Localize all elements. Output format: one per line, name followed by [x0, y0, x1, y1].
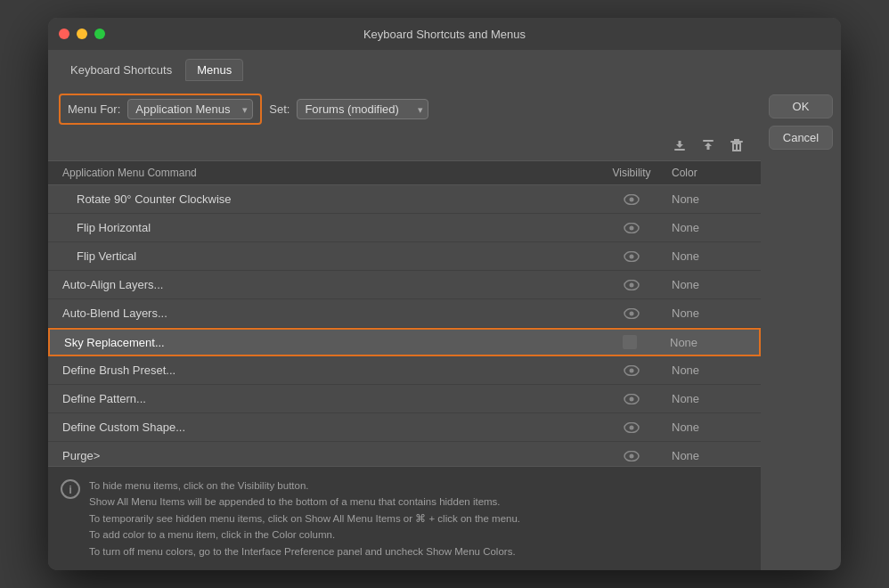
menu-for-row: Menu For: Application Menus Panel Menus … — [48, 88, 761, 130]
eye-icon — [624, 251, 640, 262]
visibility-square — [623, 335, 637, 349]
svg-rect-2 — [730, 141, 743, 143]
set-dropdown-wrapper: Forums (modified) Photoshop Defaults — [297, 99, 428, 119]
right-panel: OK Cancel — [761, 50, 841, 570]
table-row[interactable]: Flip Horizontal None — [48, 214, 761, 242]
main-content: Keyboard Shortcuts Menus Menu For: Appli… — [48, 50, 841, 570]
visibility-cell[interactable] — [591, 223, 672, 233]
color-cell[interactable]: None — [672, 278, 761, 291]
svg-point-10 — [630, 282, 634, 287]
left-panel: Keyboard Shortcuts Menus Menu For: Appli… — [48, 50, 761, 570]
svg-point-20 — [630, 453, 634, 458]
tab-keyboard-shortcuts[interactable]: Keyboard Shortcuts — [59, 59, 184, 81]
command-cell: Purge> — [48, 449, 591, 462]
visibility-cell[interactable] — [591, 308, 672, 319]
svg-point-14 — [630, 368, 634, 372]
visibility-cell[interactable] — [591, 394, 672, 404]
svg-point-4 — [630, 197, 634, 201]
svg-rect-0 — [674, 149, 685, 151]
save-set-icon[interactable] — [670, 135, 689, 155]
command-cell: Rotate 90° Counter Clockwise — [48, 192, 591, 206]
create-new-set-icon[interactable] — [698, 135, 718, 155]
eye-icon — [624, 394, 640, 404]
svg-point-18 — [630, 425, 634, 429]
eye-icon — [624, 451, 640, 461]
svg-point-12 — [630, 311, 634, 315]
menu-for-dropdown[interactable]: Application Menus Panel Menus — [127, 99, 253, 119]
color-cell[interactable]: None — [672, 306, 761, 320]
visibility-cell[interactable] — [591, 365, 672, 376]
menu-for-outlined: Menu For: Application Menus Panel Menus — [59, 94, 262, 125]
color-cell[interactable]: None — [672, 249, 761, 263]
set-dropdown[interactable]: Forums (modified) Photoshop Defaults — [297, 99, 428, 119]
table-header: Application Menu Command Visibility Colo… — [48, 160, 761, 185]
table-row[interactable]: Define Brush Preset... None — [48, 356, 761, 385]
svg-point-6 — [630, 225, 634, 230]
traffic-lights — [59, 29, 105, 39]
eye-icon — [624, 308, 640, 319]
table-row[interactable]: Auto-Align Layers... None — [48, 271, 761, 299]
command-cell: Sky Replacement... — [50, 336, 590, 349]
table-body: Rotate 90° Counter Clockwise NoneFlip Ho… — [48, 185, 761, 466]
main-window: Keyboard Shortcuts and Menus Keyboard Sh… — [48, 18, 841, 570]
menu-for-label: Menu For: — [68, 102, 120, 116]
info-icon: i — [61, 479, 80, 499]
visibility-cell[interactable] — [591, 280, 672, 290]
cancel-button[interactable]: Cancel — [769, 126, 833, 150]
table-row[interactable]: Rotate 90° Counter Clockwise None — [48, 185, 761, 214]
color-cell[interactable]: None — [670, 336, 759, 349]
header-color: Color — [672, 167, 761, 179]
table-row[interactable]: Purge> None — [48, 442, 761, 466]
command-cell: Auto-Blend Layers... — [48, 306, 591, 320]
command-cell: Define Custom Shape... — [48, 421, 591, 434]
color-cell[interactable]: None — [672, 192, 761, 206]
color-cell[interactable]: None — [672, 392, 761, 405]
visibility-cell[interactable] — [591, 194, 672, 205]
table-row[interactable]: Define Custom Shape... None — [48, 413, 761, 442]
color-cell[interactable]: None — [672, 421, 761, 434]
info-section: i To hide menu items, click on the Visib… — [48, 466, 761, 570]
set-label: Set: — [269, 102, 290, 116]
table-row[interactable]: Auto-Blend Layers... None — [48, 299, 761, 328]
svg-rect-1 — [703, 140, 714, 142]
header-visibility: Visibility — [591, 167, 672, 179]
delete-set-icon[interactable] — [727, 135, 746, 155]
menu-for-dropdown-wrapper: Application Menus Panel Menus — [127, 99, 253, 119]
ok-button[interactable]: OK — [769, 94, 833, 118]
toolbar-icons — [48, 134, 761, 157]
color-cell[interactable]: None — [672, 363, 761, 377]
command-cell: Flip Vertical — [48, 249, 591, 263]
window-title: Keyboard Shortcuts and Menus — [363, 28, 526, 41]
eye-icon — [624, 365, 640, 376]
info-text: To hide menu items, click on the Visibil… — [89, 478, 520, 559]
command-cell: Auto-Align Layers... — [48, 278, 591, 291]
table-row[interactable]: Define Pattern... None — [48, 385, 761, 413]
svg-point-8 — [630, 254, 634, 258]
eye-icon — [624, 194, 640, 205]
visibility-cell[interactable] — [590, 335, 670, 349]
color-cell[interactable]: None — [672, 449, 761, 462]
color-cell[interactable]: None — [672, 221, 761, 234]
visibility-cell[interactable] — [591, 451, 672, 461]
eye-icon — [624, 223, 640, 233]
eye-icon — [624, 422, 640, 433]
command-cell: Define Pattern... — [48, 392, 591, 405]
eye-icon — [624, 280, 640, 290]
header-command: Application Menu Command — [48, 167, 591, 179]
svg-point-16 — [630, 396, 634, 401]
visibility-cell[interactable] — [591, 251, 672, 262]
minimize-button[interactable] — [77, 29, 87, 39]
table-container: Application Menu Command Visibility Colo… — [48, 160, 761, 466]
maximize-button[interactable] — [94, 29, 105, 39]
tabs-row: Keyboard Shortcuts Menus — [48, 59, 761, 81]
table-row[interactable]: Flip Vertical None — [48, 242, 761, 271]
command-cell: Define Brush Preset... — [48, 363, 591, 377]
command-cell: Flip Horizontal — [48, 221, 591, 234]
title-bar: Keyboard Shortcuts and Menus — [48, 18, 841, 50]
table-row[interactable]: Sky Replacement...None — [48, 328, 761, 356]
visibility-cell[interactable] — [591, 422, 672, 433]
tab-menus[interactable]: Menus — [185, 59, 243, 81]
close-button[interactable] — [59, 29, 69, 39]
